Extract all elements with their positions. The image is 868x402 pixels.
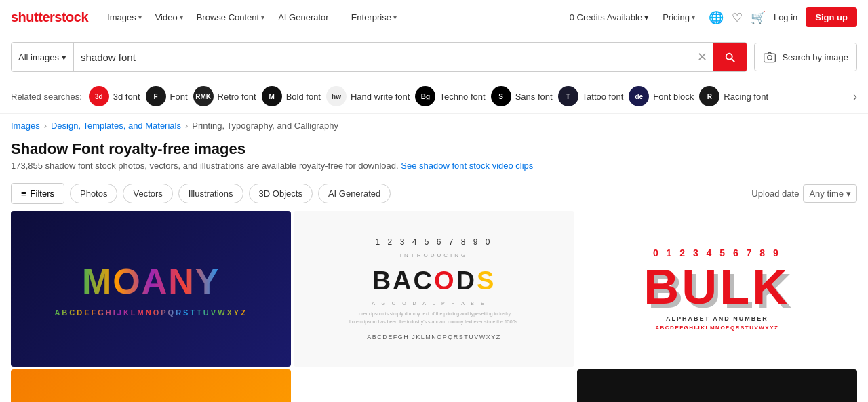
- chevron-down-icon: ▾: [180, 14, 183, 21]
- related-thumb: S: [491, 86, 511, 106]
- logo[interactable]: shutterstock: [11, 9, 88, 25]
- related-item-label: Retro font: [218, 92, 256, 102]
- image-card-bacods[interactable]: 1 2 3 4 5 6 7 8 9 0 INTRODUCING BACODS A…: [294, 211, 574, 367]
- breadcrumb-design[interactable]: Design, Templates, and Materials: [51, 121, 181, 131]
- related-thumb: 3d: [89, 86, 109, 106]
- related-list: 3d3d fontFFontRMKRetro fontMBold fonthwH…: [89, 86, 846, 106]
- related-thumb: Bg: [415, 86, 435, 106]
- svg-point-1: [768, 56, 772, 60]
- related-item-label: Font block: [653, 92, 694, 102]
- breadcrumb-current: Printing, Typography, and Calligraphy: [192, 121, 338, 131]
- related-thumb: T: [558, 86, 578, 106]
- camera-icon: [763, 50, 776, 64]
- page-header: Shadow Font royalty-free images 173,855 …: [0, 138, 868, 176]
- related-thumb: R: [699, 86, 719, 106]
- search-bar: All images ▾ ✕: [11, 42, 747, 72]
- related-item-6[interactable]: SSans font: [491, 86, 553, 106]
- image-card-magic[interactable]: ✦ M ✦: [577, 369, 857, 402]
- filters-bar: ≡ Filters Photos Vectors Illustrations 3…: [0, 176, 868, 211]
- related-item-label: Bold font: [286, 92, 321, 102]
- related-item-label: 3d font: [113, 92, 140, 102]
- upload-date-filter: Upload date Any time ▾: [751, 184, 857, 203]
- related-item-8[interactable]: deFont block: [629, 86, 694, 106]
- related-item-7[interactable]: TTattoo font: [558, 86, 624, 106]
- related-item-label: Hand write font: [351, 92, 410, 102]
- related-item-1[interactable]: FFont: [146, 86, 188, 106]
- page-subtitle: 173,855 shadow font stock photos, vector…: [11, 161, 857, 171]
- breadcrumb-sep: ›: [44, 121, 47, 131]
- page-title: Shadow Font royalty-free images: [11, 140, 857, 158]
- filters-button[interactable]: ≡ Filters: [11, 183, 64, 204]
- chevron-down-icon: ▾: [261, 14, 264, 21]
- search-submit-button[interactable]: [713, 43, 747, 71]
- image-card-nums[interactable]: 0·1·2·3·4·5·6·7·8·9: [294, 369, 574, 402]
- clear-icon[interactable]: ✕: [692, 49, 713, 64]
- pricing-button[interactable]: Pricing ▾: [657, 9, 701, 25]
- image-card-orange[interactable]: VECTOR TEXT EFFECT GRAND: [11, 369, 291, 402]
- filter-illustrations[interactable]: Illustrations: [178, 184, 243, 203]
- image-card-bulk[interactable]: 0 1 2 3 4 5 6 7 8 9 BULK BULK ALPHABET A…: [577, 211, 857, 367]
- chevron-down-icon: ▾: [138, 14, 142, 21]
- related-thumb: hw: [326, 86, 347, 106]
- bulk-front: BULK: [644, 262, 790, 311]
- related-item-9[interactable]: RRacing font: [699, 86, 768, 106]
- chevron-down-icon: ▾: [393, 14, 397, 21]
- related-item-5[interactable]: BgTechno font: [415, 86, 485, 106]
- search-type-dropdown[interactable]: All images ▾: [12, 43, 74, 71]
- related-item-0[interactable]: 3d3d font: [89, 86, 140, 106]
- related-item-label: Font: [170, 92, 188, 102]
- related-item-4[interactable]: hwHand write font: [326, 86, 410, 106]
- scroll-right-icon[interactable]: ›: [853, 89, 857, 104]
- upload-date-select[interactable]: Any time ▾: [803, 184, 857, 203]
- breadcrumb-sep2: ›: [185, 121, 188, 131]
- filter-icon: ≡: [21, 188, 26, 199]
- filter-ai-generated[interactable]: AI Generated: [318, 184, 391, 203]
- related-label: Related searches:: [11, 92, 82, 102]
- related-item-label: Tattoo font: [583, 92, 624, 102]
- nav-ai-generator[interactable]: AI Generator: [273, 9, 334, 25]
- nav-images[interactable]: Images ▾: [102, 9, 147, 25]
- related-thumb: RMK: [193, 86, 214, 106]
- filter-3d-objects[interactable]: 3D Objects: [249, 184, 313, 203]
- chevron-down-icon: ▾: [846, 188, 851, 199]
- chevron-down-icon: ▾: [692, 14, 695, 21]
- search-icon: [724, 51, 736, 63]
- chevron-down-icon: ▾: [62, 52, 66, 62]
- related-item-3[interactable]: MBold font: [262, 86, 321, 106]
- filter-photos[interactable]: Photos: [70, 184, 117, 203]
- nav-browse[interactable]: Browse Content ▾: [191, 9, 271, 25]
- breadcrumb: Images › Design, Templates, and Material…: [0, 114, 868, 138]
- nav-divider: [340, 11, 340, 24]
- chevron-down-icon: ▾: [644, 12, 649, 22]
- related-item-label: Racing font: [724, 92, 768, 102]
- nav-right: 0 Credits Available ▾ Pricing ▾ 🌐 ♡ 🛒 Lo…: [570, 7, 857, 27]
- related-thumb: M: [262, 86, 282, 106]
- bulk-title: BULK BULK: [644, 262, 790, 311]
- filter-vectors[interactable]: Vectors: [123, 184, 172, 203]
- heart-icon[interactable]: ♡: [732, 10, 743, 25]
- search-by-image-button[interactable]: Search by image: [754, 43, 857, 71]
- login-button[interactable]: Log in: [774, 12, 797, 22]
- related-item-label: Sans font: [515, 92, 553, 102]
- related-thumb: F: [146, 86, 166, 106]
- related-thumb: de: [629, 86, 649, 106]
- related-item-label: Techno font: [439, 92, 485, 102]
- search-input[interactable]: [74, 43, 692, 71]
- breadcrumb-images[interactable]: Images: [11, 121, 40, 131]
- nav-links: Images ▾ Video ▾ Browse Content ▾ AI Gen…: [102, 9, 402, 25]
- related-searches: Related searches: 3d3d fontFFontRMKRetro…: [0, 79, 868, 114]
- credits-button[interactable]: 0 Credits Available ▾: [570, 12, 649, 22]
- nav-enterprise[interactable]: Enterprise ▾: [346, 9, 402, 25]
- video-clips-link[interactable]: See shadow font stock video clips: [401, 161, 533, 171]
- search-section: All images ▾ ✕ Search by image: [0, 35, 868, 79]
- related-item-2[interactable]: RMKRetro font: [193, 86, 256, 106]
- navbar: shutterstock Images ▾ Video ▾ Browse Con…: [0, 0, 868, 35]
- nav-video[interactable]: Video ▾: [150, 9, 189, 25]
- signup-button[interactable]: Sign up: [806, 7, 857, 27]
- image-grid: MOANY ABCDEFGHIJKLMNOPQRSTTUVWXYZ 1 2 3 …: [0, 211, 868, 402]
- cart-icon[interactable]: 🛒: [751, 10, 766, 25]
- globe-icon[interactable]: 🌐: [709, 10, 724, 25]
- image-card-moany[interactable]: MOANY ABCDEFGHIJKLMNOPQRSTTUVWXYZ: [11, 211, 291, 367]
